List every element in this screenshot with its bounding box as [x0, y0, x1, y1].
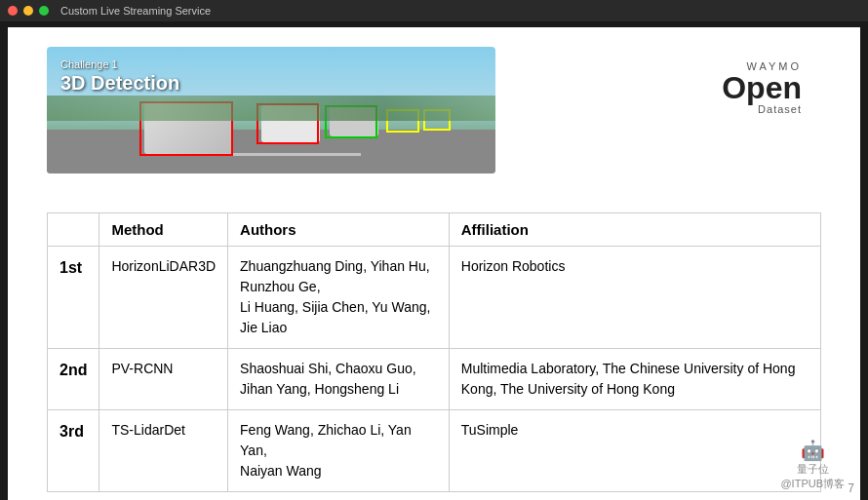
- affiliation-cell-0: Horizon Robotics: [449, 247, 820, 349]
- authors-cell-2: Feng Wang, Zhichao Li, Yan Yan,Naiyan Wa…: [228, 410, 450, 492]
- results-table: Method Authors Affiliation 1stHorizonLiD…: [47, 212, 821, 492]
- watermark-line1: 量子位: [780, 462, 845, 477]
- table-row: 1stHorizonLiDAR3DZhuangzhuang Ding, Yiha…: [48, 247, 821, 349]
- affiliation-cell-2: TuSimple: [449, 410, 820, 492]
- challenge-title: 3D Detection: [60, 72, 179, 95]
- table-header-row: Method Authors Affiliation: [48, 213, 821, 247]
- open-label: Open: [722, 72, 802, 103]
- top-bar: Custom Live Streaming Service: [0, 0, 868, 21]
- table-row: 2ndPV-RCNNShaoshuai Shi, Chaoxu Guo,Jiha…: [48, 349, 821, 410]
- minimize-dot[interactable]: [23, 6, 33, 16]
- authors-cell-1: Shaoshuai Shi, Chaoxu Guo,Jihan Yang, Ho…: [228, 349, 450, 410]
- close-dot[interactable]: [8, 6, 18, 16]
- col-authors-header: Authors: [228, 213, 450, 247]
- method-cell-0: HorizonLiDAR3D: [99, 247, 228, 349]
- rank-cell-2: 3rd: [48, 410, 99, 492]
- authors-cell-0: Zhuangzhuang Ding, Yihan Hu, Runzhou Ge,…: [228, 247, 450, 349]
- slide-container: Challenge 1 3D Detection WAYMO Open Data…: [8, 27, 860, 500]
- watermark-icon: 🤖: [780, 439, 845, 462]
- table-row: 3rdTS-LidarDetFeng Wang, Zhichao Li, Yan…: [48, 410, 821, 492]
- rank-cell-1: 2nd: [48, 349, 99, 410]
- col-rank-header: [48, 213, 99, 247]
- challenge-subtitle: Challenge 1: [60, 58, 118, 70]
- topbar-label: Custom Live Streaming Service: [60, 5, 211, 17]
- col-affiliation-header: Affiliation: [449, 213, 820, 247]
- col-method-header: Method: [99, 213, 228, 247]
- fullscreen-dot[interactable]: [39, 6, 49, 16]
- waymo-logo: WAYMO Open Dataset: [722, 60, 802, 115]
- slide-body: Challenge 1 3D Detection WAYMO Open Data…: [8, 27, 860, 500]
- watermark-line2: @ITPUB博客: [780, 477, 845, 491]
- hero-image: Challenge 1 3D Detection: [47, 47, 495, 173]
- affiliation-cell-1: Multimedia Laboratory, The Chinese Unive…: [449, 349, 820, 410]
- rank-cell-0: 1st: [48, 247, 99, 349]
- method-cell-1: PV-RCNN: [99, 349, 228, 410]
- page-number: 7: [848, 481, 854, 495]
- method-cell-2: TS-LidarDet: [99, 410, 228, 492]
- watermark: 🤖 量子位 @ITPUB博客: [780, 439, 845, 491]
